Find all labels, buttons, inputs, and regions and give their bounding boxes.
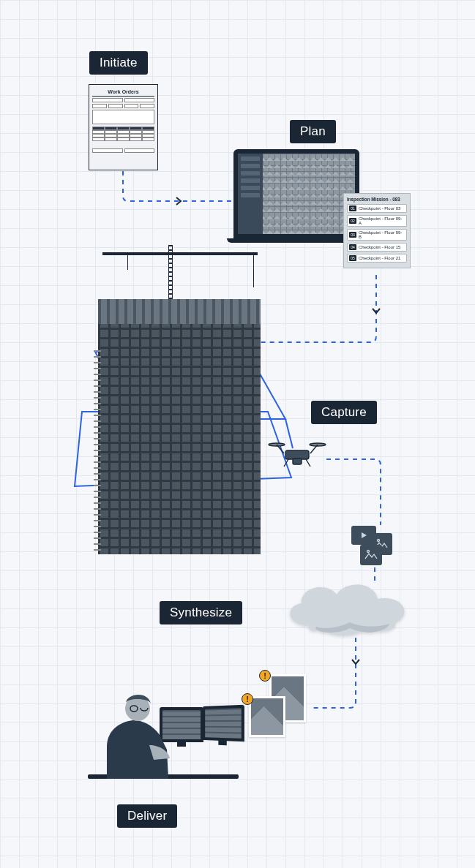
alert-badge-icon: !	[242, 693, 253, 705]
step-plan-label: Plan	[290, 120, 336, 143]
svg-line-7	[284, 459, 288, 467]
mission-checkpoint: 02 Checkpoint - Floor 09-A	[347, 215, 407, 227]
captured-media-icons	[350, 524, 398, 567]
step-initiate-label: Initiate	[89, 51, 148, 75]
mission-checkpoint: 04 Checkpoint - Floor 15	[347, 243, 407, 252]
mission-title: Inspection Mission - 083	[347, 197, 407, 202]
work-order-form: Work Orders	[89, 84, 158, 170]
mission-checkpoint: 05 Checkpoint - Floor 21	[347, 254, 407, 263]
monitor-icon	[203, 705, 244, 741]
analyst-at-workstation	[88, 669, 239, 793]
alert-badge-icon: !	[259, 670, 271, 682]
svg-point-9	[378, 540, 380, 542]
drone-icon	[268, 439, 326, 471]
svg-rect-5	[285, 450, 309, 459]
svg-rect-6	[293, 458, 302, 464]
svg-point-10	[367, 551, 370, 553]
photo-icon	[360, 545, 382, 565]
mission-checkpoint: 03 Checkpoint - Floor 09-B	[347, 229, 407, 241]
result-thumbnail	[249, 696, 285, 737]
laptop-sidebar	[238, 154, 263, 234]
workflow-diagram: Initiate Plan Capture Synthesize Deliver…	[0, 0, 475, 868]
svg-line-8	[306, 459, 310, 467]
step-deliver-label: Deliver	[117, 804, 177, 828]
building-under-construction	[81, 245, 271, 554]
inspection-mission-panel: Inspection Mission - 083 01 Checkpoint -…	[343, 193, 411, 268]
person-icon	[92, 684, 173, 779]
cloud-icon	[280, 574, 419, 638]
laptop-map-view	[263, 154, 355, 234]
step-capture-label: Capture	[311, 401, 377, 424]
step-synthesize-label: Synthesize	[160, 601, 242, 624]
mission-checkpoint: 01 Checkpoint - Floor 03	[347, 204, 407, 213]
work-order-title: Work Orders	[92, 88, 154, 97]
